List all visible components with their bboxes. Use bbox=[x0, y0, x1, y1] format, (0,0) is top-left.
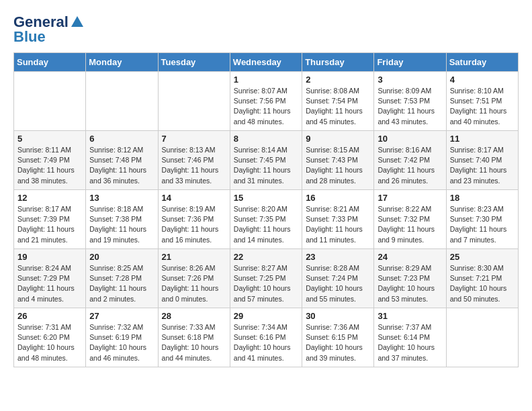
calendar-cell: 26Sunrise: 7:31 AM Sunset: 6:20 PM Dayli… bbox=[14, 308, 86, 367]
calendar-cell: 8Sunrise: 8:14 AM Sunset: 7:45 PM Daylig… bbox=[230, 131, 302, 190]
calendar-cell bbox=[14, 72, 86, 131]
calendar-cell: 22Sunrise: 8:27 AM Sunset: 7:25 PM Dayli… bbox=[230, 249, 302, 308]
calendar-cell: 1Sunrise: 8:07 AM Sunset: 7:56 PM Daylig… bbox=[230, 72, 302, 131]
calendar-cell: 30Sunrise: 7:36 AM Sunset: 6:15 PM Dayli… bbox=[302, 308, 374, 367]
day-info: Sunrise: 8:28 AM Sunset: 7:24 PM Dayligh… bbox=[306, 263, 370, 304]
day-info: Sunrise: 7:34 AM Sunset: 6:16 PM Dayligh… bbox=[234, 322, 298, 363]
day-info: Sunrise: 8:17 AM Sunset: 7:39 PM Dayligh… bbox=[17, 204, 82, 245]
calendar-cell bbox=[446, 308, 518, 367]
day-number: 14 bbox=[162, 193, 226, 203]
day-info: Sunrise: 8:14 AM Sunset: 7:45 PM Dayligh… bbox=[234, 145, 298, 186]
calendar-cell: 9Sunrise: 8:15 AM Sunset: 7:43 PM Daylig… bbox=[302, 131, 374, 190]
calendar-cell: 31Sunrise: 7:37 AM Sunset: 6:14 PM Dayli… bbox=[374, 308, 446, 367]
day-number: 2 bbox=[306, 75, 370, 85]
calendar-cell: 16Sunrise: 8:21 AM Sunset: 7:33 PM Dayli… bbox=[302, 190, 374, 249]
calendar-cell: 14Sunrise: 8:19 AM Sunset: 7:36 PM Dayli… bbox=[158, 190, 230, 249]
day-info: Sunrise: 8:13 AM Sunset: 7:46 PM Dayligh… bbox=[162, 145, 226, 186]
calendar-cell: 11Sunrise: 8:17 AM Sunset: 7:40 PM Dayli… bbox=[446, 131, 518, 190]
calendar-cell: 4Sunrise: 8:10 AM Sunset: 7:51 PM Daylig… bbox=[446, 72, 518, 131]
calendar-cell: 21Sunrise: 8:26 AM Sunset: 7:26 PM Dayli… bbox=[158, 249, 230, 308]
day-number: 15 bbox=[234, 193, 298, 203]
logo-icon bbox=[70, 15, 85, 30]
calendar-cell: 28Sunrise: 7:33 AM Sunset: 6:18 PM Dayli… bbox=[158, 308, 230, 367]
weekday-header-saturday: Saturday bbox=[446, 53, 518, 72]
day-info: Sunrise: 7:33 AM Sunset: 6:18 PM Dayligh… bbox=[162, 322, 226, 363]
day-number: 16 bbox=[306, 193, 370, 203]
day-info: Sunrise: 8:21 AM Sunset: 7:33 PM Dayligh… bbox=[306, 204, 370, 245]
logo-blue: Blue bbox=[13, 28, 46, 46]
calendar-week-5: 26Sunrise: 7:31 AM Sunset: 6:20 PM Dayli… bbox=[14, 308, 519, 367]
calendar-cell bbox=[86, 72, 158, 131]
calendar-cell: 29Sunrise: 7:34 AM Sunset: 6:16 PM Dayli… bbox=[230, 308, 302, 367]
calendar-cell: 24Sunrise: 8:29 AM Sunset: 7:23 PM Dayli… bbox=[374, 249, 446, 308]
calendar-table: SundayMondayTuesdayWednesdayThursdayFrid… bbox=[13, 52, 519, 367]
day-info: Sunrise: 7:32 AM Sunset: 6:19 PM Dayligh… bbox=[89, 322, 154, 363]
day-info: Sunrise: 8:27 AM Sunset: 7:25 PM Dayligh… bbox=[234, 263, 298, 304]
calendar-cell: 10Sunrise: 8:16 AM Sunset: 7:42 PM Dayli… bbox=[374, 131, 446, 190]
day-info: Sunrise: 8:10 AM Sunset: 7:51 PM Dayligh… bbox=[450, 86, 515, 127]
day-number: 31 bbox=[378, 311, 442, 321]
calendar-cell: 5Sunrise: 8:11 AM Sunset: 7:49 PM Daylig… bbox=[14, 131, 86, 190]
day-info: Sunrise: 8:29 AM Sunset: 7:23 PM Dayligh… bbox=[378, 263, 442, 304]
calendar-week-1: 1Sunrise: 8:07 AM Sunset: 7:56 PM Daylig… bbox=[14, 72, 519, 131]
day-number: 7 bbox=[162, 134, 226, 144]
page-header: General Blue bbox=[13, 13, 519, 46]
day-info: Sunrise: 7:31 AM Sunset: 6:20 PM Dayligh… bbox=[17, 322, 82, 363]
calendar-week-3: 12Sunrise: 8:17 AM Sunset: 7:39 PM Dayli… bbox=[14, 190, 519, 249]
day-info: Sunrise: 8:09 AM Sunset: 7:53 PM Dayligh… bbox=[378, 86, 442, 127]
weekday-header-wednesday: Wednesday bbox=[230, 53, 302, 72]
calendar-cell: 3Sunrise: 8:09 AM Sunset: 7:53 PM Daylig… bbox=[374, 72, 446, 131]
calendar-cell: 18Sunrise: 8:23 AM Sunset: 7:30 PM Dayli… bbox=[446, 190, 518, 249]
day-number: 26 bbox=[17, 311, 82, 321]
day-number: 6 bbox=[89, 134, 154, 144]
day-number: 25 bbox=[450, 252, 515, 262]
day-number: 17 bbox=[378, 193, 442, 203]
calendar-cell: 27Sunrise: 7:32 AM Sunset: 6:19 PM Dayli… bbox=[86, 308, 158, 367]
day-number: 28 bbox=[162, 311, 226, 321]
day-info: Sunrise: 8:17 AM Sunset: 7:40 PM Dayligh… bbox=[450, 145, 515, 186]
day-info: Sunrise: 8:24 AM Sunset: 7:29 PM Dayligh… bbox=[17, 263, 82, 304]
svg-marker-0 bbox=[71, 16, 83, 27]
weekday-header-monday: Monday bbox=[86, 53, 158, 72]
day-info: Sunrise: 8:19 AM Sunset: 7:36 PM Dayligh… bbox=[162, 204, 226, 245]
day-number: 22 bbox=[234, 252, 298, 262]
day-info: Sunrise: 8:18 AM Sunset: 7:38 PM Dayligh… bbox=[89, 204, 154, 245]
day-info: Sunrise: 8:23 AM Sunset: 7:30 PM Dayligh… bbox=[450, 204, 515, 245]
day-number: 8 bbox=[234, 134, 298, 144]
day-info: Sunrise: 7:36 AM Sunset: 6:15 PM Dayligh… bbox=[306, 322, 370, 363]
day-number: 30 bbox=[306, 311, 370, 321]
day-info: Sunrise: 8:25 AM Sunset: 7:28 PM Dayligh… bbox=[89, 263, 154, 304]
day-info: Sunrise: 8:15 AM Sunset: 7:43 PM Dayligh… bbox=[306, 145, 370, 186]
day-info: Sunrise: 8:08 AM Sunset: 7:54 PM Dayligh… bbox=[306, 86, 370, 127]
calendar-week-4: 19Sunrise: 8:24 AM Sunset: 7:29 PM Dayli… bbox=[14, 249, 519, 308]
day-number: 10 bbox=[378, 134, 442, 144]
day-number: 18 bbox=[450, 193, 515, 203]
calendar-cell: 7Sunrise: 8:13 AM Sunset: 7:46 PM Daylig… bbox=[158, 131, 230, 190]
day-info: Sunrise: 8:26 AM Sunset: 7:26 PM Dayligh… bbox=[162, 263, 226, 304]
calendar-cell: 23Sunrise: 8:28 AM Sunset: 7:24 PM Dayli… bbox=[302, 249, 374, 308]
day-number: 21 bbox=[162, 252, 226, 262]
day-number: 4 bbox=[450, 75, 515, 85]
day-info: Sunrise: 8:30 AM Sunset: 7:21 PM Dayligh… bbox=[450, 263, 515, 304]
day-info: Sunrise: 8:12 AM Sunset: 7:48 PM Dayligh… bbox=[89, 145, 154, 186]
day-number: 11 bbox=[450, 134, 515, 144]
calendar-week-2: 5Sunrise: 8:11 AM Sunset: 7:49 PM Daylig… bbox=[14, 131, 519, 190]
calendar-cell: 13Sunrise: 8:18 AM Sunset: 7:38 PM Dayli… bbox=[86, 190, 158, 249]
weekday-header-friday: Friday bbox=[374, 53, 446, 72]
weekday-header-thursday: Thursday bbox=[302, 53, 374, 72]
day-number: 27 bbox=[89, 311, 154, 321]
day-number: 23 bbox=[306, 252, 370, 262]
day-info: Sunrise: 8:20 AM Sunset: 7:35 PM Dayligh… bbox=[234, 204, 298, 245]
day-number: 3 bbox=[378, 75, 442, 85]
weekday-header-sunday: Sunday bbox=[14, 53, 86, 72]
logo: General Blue bbox=[13, 13, 85, 46]
day-info: Sunrise: 8:07 AM Sunset: 7:56 PM Dayligh… bbox=[234, 86, 298, 127]
weekday-header-tuesday: Tuesday bbox=[158, 53, 230, 72]
day-number: 29 bbox=[234, 311, 298, 321]
day-number: 9 bbox=[306, 134, 370, 144]
day-number: 12 bbox=[17, 193, 82, 203]
calendar-cell: 12Sunrise: 8:17 AM Sunset: 7:39 PM Dayli… bbox=[14, 190, 86, 249]
day-info: Sunrise: 8:11 AM Sunset: 7:49 PM Dayligh… bbox=[17, 145, 82, 186]
weekday-header-row: SundayMondayTuesdayWednesdayThursdayFrid… bbox=[14, 53, 519, 72]
day-number: 5 bbox=[17, 134, 82, 144]
